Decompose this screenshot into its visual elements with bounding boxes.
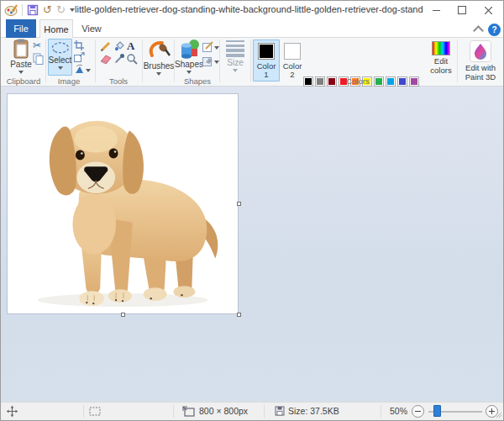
paint3d-icon (470, 40, 491, 62)
brushes-icon (147, 39, 171, 61)
size-icon (226, 39, 244, 57)
rotate-dropdown-icon[interactable] (86, 69, 91, 72)
resize-icon[interactable] (74, 52, 85, 62)
clipboard-group-label: Clipboard (3, 76, 45, 86)
shapes-button[interactable]: Shapes (176, 39, 202, 74)
palette-swatch[interactable] (397, 76, 407, 87)
help-button[interactable]: ? (488, 24, 501, 36)
text-tool-icon[interactable]: A (127, 39, 134, 53)
paint-app-icon (4, 3, 18, 17)
palette-swatch[interactable] (315, 76, 325, 87)
zoom-out-button[interactable] (412, 405, 424, 418)
resize-grip-icon[interactable] (496, 413, 502, 418)
group-divider (95, 39, 96, 82)
shape-fill-icon[interactable] (202, 55, 213, 66)
canvas-size-value: 800 × 800px (199, 406, 248, 416)
status-divider (173, 405, 174, 418)
color1-label: Color 1 (255, 62, 278, 80)
size-dropdown-icon (233, 69, 238, 72)
minus-icon (415, 411, 421, 412)
paint-window: ↺ ↻ little-golden-retriever-dog-standing… (0, 0, 504, 421)
window-title: little-golden-retriever-dog-standing-whi… (75, 4, 423, 14)
select-button[interactable]: Select (48, 39, 72, 76)
eraser-icon[interactable] (99, 54, 112, 64)
fill-bucket-icon[interactable] (113, 40, 125, 52)
palette-swatch[interactable] (409, 76, 419, 87)
maximize-button[interactable] (450, 1, 474, 19)
pencil-icon[interactable] (100, 40, 112, 52)
shapes-dropdown-icon (186, 71, 192, 74)
close-icon (485, 7, 492, 14)
edit-colors-icon (432, 41, 450, 55)
zoom-level-value: 50% (390, 406, 407, 416)
tab-view[interactable]: View (76, 19, 107, 38)
shapes-group-label: Shapes (176, 76, 219, 86)
paste-icon (13, 39, 29, 59)
tools-group-label: Tools (97, 76, 139, 86)
ribbon: Paste ✂ Clipboard Select (1, 38, 503, 87)
palette-swatch[interactable] (303, 76, 313, 87)
tab-file[interactable]: File (6, 19, 36, 38)
selection-size-icon (89, 407, 101, 416)
status-divider (381, 405, 381, 418)
image-group-label: Image (48, 76, 90, 86)
select-label: Select (49, 55, 72, 65)
paint3d-button[interactable]: Edit with Paint 3D (459, 39, 501, 82)
minimize-button[interactable] (424, 1, 448, 19)
file-size-value: Size: 37.5KB (288, 406, 339, 416)
size-label: Size (227, 58, 243, 67)
color1-button[interactable]: Color 1 (253, 39, 280, 82)
canvas-size-icon (182, 406, 195, 417)
canvas-resize-handle-bottom[interactable] (121, 313, 125, 317)
group-divider (45, 39, 46, 82)
color-picker-icon[interactable] (113, 53, 125, 65)
paste-label: Paste (10, 60, 32, 69)
zoom-slider-handle[interactable] (433, 405, 441, 417)
group-divider (457, 39, 458, 82)
paste-dropdown-icon (18, 71, 24, 74)
shape-outline-icon[interactable] (202, 41, 213, 52)
redo-icon[interactable]: ↻ (56, 4, 66, 16)
file-size-icon (275, 406, 285, 416)
minimize-icon (433, 10, 440, 11)
cut-icon[interactable]: ✂ (33, 39, 41, 51)
size-button: Size (222, 39, 249, 72)
title-bar: ↺ ↻ little-golden-retriever-dog-standing… (1, 1, 503, 19)
plus-icon-v (491, 408, 492, 414)
paste-button[interactable]: Paste (6, 39, 36, 74)
select-dropdown-icon (58, 66, 63, 70)
shapes-icon (178, 39, 200, 59)
rotate-icon[interactable] (74, 64, 85, 74)
group-divider (250, 39, 251, 82)
status-divider (83, 405, 84, 418)
maximize-icon (458, 6, 466, 14)
color1-swatch (258, 43, 275, 60)
save-icon[interactable] (27, 4, 39, 16)
color2-swatch (284, 43, 301, 60)
copy-icon[interactable] (33, 53, 44, 65)
brushes-button[interactable]: Brushes (144, 39, 173, 76)
edit-colors-button[interactable]: Edit colors (426, 39, 456, 76)
edit-colors-label: Edit colors (426, 57, 456, 76)
colors-group-label: Colors (333, 76, 383, 86)
paint3d-label: Edit with Paint 3D (459, 64, 501, 82)
magnifier-icon[interactable] (126, 53, 138, 65)
work-area (1, 87, 503, 402)
color2-button[interactable]: Color 2 (280, 39, 305, 80)
canvas-resize-handle-corner[interactable] (237, 313, 241, 317)
shapes-label: Shapes (175, 60, 203, 69)
free-form-select-icon (50, 41, 71, 55)
canvas-resize-handle-right[interactable] (237, 202, 241, 206)
color2-label: Color 2 (281, 62, 304, 80)
cursor-position-icon (7, 406, 18, 417)
palette-swatch[interactable] (386, 76, 396, 87)
status-bar: 800 × 800px Size: 37.5KB 50% (1, 402, 503, 420)
tab-home[interactable]: Home (39, 19, 73, 38)
qat-separator (22, 4, 23, 16)
drawing-canvas[interactable] (7, 93, 239, 314)
customize-qat-icon[interactable] (70, 8, 75, 12)
status-divider (264, 405, 265, 418)
close-button[interactable] (476, 1, 500, 19)
crop-icon[interactable] (74, 40, 85, 50)
undo-icon[interactable]: ↺ (43, 4, 52, 16)
